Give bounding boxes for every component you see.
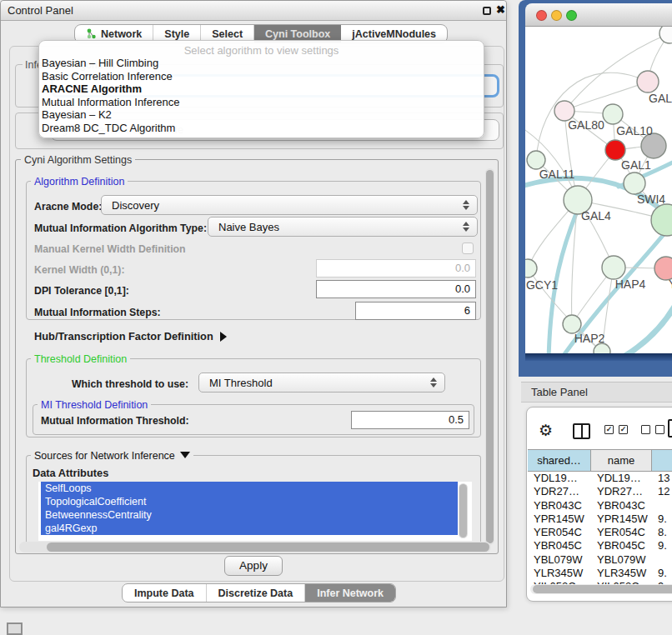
mi-algorithm-type-combo[interactable]: Naive Bayes [208,217,478,237]
combo-spinner-icon [459,222,473,232]
table-header-row[interactable]: shared…nameA [528,449,672,472]
table-horizontal-scrollbar[interactable] [530,584,672,594]
table-cell: YBR043C [528,499,591,512]
hub-definition-toggle[interactable]: Hub/Transcription Factor Definition [34,330,227,342]
kernel-width-label: Kernel Width (0,1): [34,264,125,276]
network-node-node-topright[interactable] [659,27,672,43]
table-row[interactable]: YDR27…YDR27…12 [528,485,672,498]
table-panel-bar[interactable]: Table Panel [521,382,672,402]
document-icon[interactable] [668,419,672,438]
algorithm-option[interactable]: Mutual Information Inference [39,96,484,109]
scrollbar-thumb[interactable] [47,542,489,552]
which-threshold-combo[interactable]: MI Threshold [198,372,445,392]
network-node-node-pink-upper[interactable] [637,71,659,92]
network-icon [86,28,97,39]
table-cell: YLR345W [528,567,591,580]
checked-box-icon[interactable]: ✓ [619,425,628,434]
tab-label: jActiveMNodules [352,28,436,40]
table-cell: 9. [652,567,672,580]
kernel-width-field[interactable]: 0.0 [316,259,476,278]
table-row[interactable]: YPR145WYPR145W9. [528,512,672,526]
unchecked-box-icon[interactable] [655,425,664,434]
algorithm-option[interactable]: Basic Correlation Inference [39,70,484,83]
gear-icon[interactable]: ⚙ [539,421,553,440]
column-header-shared[interactable]: shared… [528,450,591,471]
attribute-item[interactable]: BetweennessCentrality [41,508,458,522]
minimized-panel-icon[interactable] [7,622,23,635]
attribute-item[interactable]: TopologicalCoefficient [41,495,458,508]
network-canvas[interactable]: GALGAL80GAL10GAL1GAL11SWI4GAL4GCY1HAP4YH… [525,27,672,353]
attributes-scrollbar[interactable] [459,483,468,538]
scrollbar-thumb[interactable] [459,484,467,538]
network-node-HAP4[interactable] [602,256,625,279]
combo-spinner-icon [459,200,473,210]
settings-horizontal-scrollbar[interactable] [19,542,491,552]
network-node-node-big-green[interactable] [651,204,672,236]
settings-vertical-scrollbar[interactable] [485,168,494,545]
table-cell: 9. [652,512,672,526]
tab-impute-data[interactable]: Impute Data [123,584,207,602]
table-row[interactable]: YLR345WYLR345W9. [528,567,672,580]
network-node-GAL11[interactable] [527,151,545,169]
close-traffic-light-icon[interactable] [536,10,547,21]
node-label: SWI4 [637,192,665,206]
aracne-mode-combo[interactable]: Discovery [101,195,478,215]
control-panel-titlebar[interactable]: Control Panel ✖ [1,1,506,21]
tab-infer-network[interactable]: Infer Network [305,584,395,602]
network-window-titlebar[interactable] [525,3,672,27]
dpi-tolerance-field[interactable]: 0.0 [316,280,476,298]
manual-kernel-width-checkbox[interactable] [462,242,474,254]
apply-button[interactable]: Apply [224,556,283,576]
table-cell [652,499,672,512]
sources-title-toggle[interactable]: Sources for Network Inference [31,450,193,462]
network-node-GCY1[interactable] [525,259,537,278]
table-row[interactable]: YER054CYER054C8. [528,526,672,539]
node-label: GAL [649,92,672,105]
scrollbar-thumb[interactable] [486,170,494,543]
network-node-GAL1[interactable] [605,140,625,160]
column-header-name[interactable]: name [591,450,652,471]
algorithm-option[interactable]: Dream8 DC_TDC Algorithm [39,122,484,135]
float-window-icon[interactable] [483,7,491,15]
unchecked-box-icon[interactable] [641,425,650,434]
checked-box-icon[interactable]: ✓ [604,425,614,434]
table-row[interactable]: YBR043CYBR043C [528,499,672,512]
split-columns-icon[interactable] [573,423,590,439]
table-row[interactable]: YDL19…YDL19…13 [528,472,672,485]
attribute-item[interactable]: SelfLoops [41,482,458,495]
network-graph: GALGAL80GAL10GAL1GAL11SWI4GAL4GCY1HAP4YH… [525,27,672,353]
network-node-GAL10[interactable] [603,104,623,124]
node-label: GCY1 [526,278,558,292]
hub-definition-label: Hub/Transcription Factor Definition [34,330,213,342]
algorithm-option[interactable]: Bayesian – Hill Climbing [39,57,484,70]
mi-threshold-field[interactable]: 0.5 [351,411,469,429]
node-label: GAL10 [616,124,653,138]
close-icon[interactable]: ✖ [496,3,505,16]
table-row[interactable]: YBL079WYBL079W [528,553,672,567]
mi-algorithm-type-label: Mutual Information Algorithm Type: [34,222,207,234]
zoom-traffic-light-icon[interactable] [566,10,577,21]
scrollbar-thumb[interactable] [533,585,672,593]
table-cell: YDL19… [528,472,591,485]
sources-title: Sources for Network Inference [34,450,175,462]
threshold-definition-title: Threshold Definition [31,353,130,365]
tab-label: Select [212,28,243,40]
algorithm-option[interactable]: Bayesian – K2 [39,108,484,122]
expand-right-icon [220,332,227,342]
attribute-item[interactable]: gal4RGexp [41,522,458,535]
data-attributes-list[interactable]: SelfLoopsTopologicalCoefficientBetweenne… [38,482,472,541]
tab-discretize-data[interactable]: Discretize Data [207,584,306,602]
table-row[interactable]: YBR045CYBR045C9. [528,539,672,552]
network-node-SWI4[interactable] [624,172,645,194]
network-node-node-salmon[interactable] [654,257,672,280]
column-header-A[interactable]: A [652,450,672,471]
algorithm-definition-title: Algorithm Definition [31,176,128,188]
table-body[interactable]: YDL19…YDL19…13YDR27…YDR27…12YBR043CYBR04… [528,472,672,585]
node-label: GAL11 [539,168,575,181]
minimize-traffic-light-icon[interactable] [551,10,562,21]
table-cell: 13 [652,472,672,485]
table-cell: YBL079W [528,553,591,567]
network-node-HAP2[interactable] [563,315,581,333]
algorithm-option[interactable]: ARACNE Algorithm [39,82,484,96]
mi-steps-field[interactable]: 6 [355,302,476,320]
